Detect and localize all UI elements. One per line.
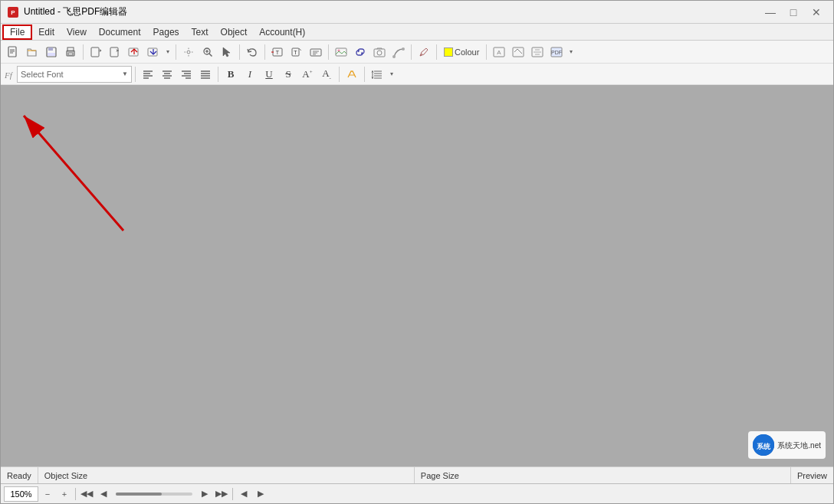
subscript-button[interactable]: A-	[317, 65, 336, 83]
align-justify-button[interactable]	[196, 65, 215, 83]
pen-button[interactable]	[415, 43, 433, 61]
rtool2-button[interactable]	[509, 43, 527, 61]
zoom-level: 150%	[10, 489, 31, 499]
toolbar-main: ▾ T	[1, 41, 833, 64]
underline-button[interactable]: U	[260, 65, 278, 83]
prev-nav-button[interactable]: ◀	[236, 486, 251, 502]
colour-button[interactable]: Colour	[440, 43, 483, 61]
export3-button[interactable]	[144, 43, 163, 61]
strikethrough-button[interactable]: S	[279, 65, 297, 83]
menu-text[interactable]: Text	[186, 25, 215, 40]
select-icon	[221, 46, 233, 58]
svg-text:P: P	[11, 9, 15, 16]
camera-button[interactable]	[370, 43, 389, 61]
object-size-text: Object Size	[44, 471, 87, 480]
status-bar: Ready Object Size Page Size Preview	[1, 466, 833, 483]
svg-rect-8	[48, 53, 55, 56]
print-button[interactable]	[61, 43, 80, 61]
first-page-button[interactable]: ◀◀	[79, 486, 94, 502]
svg-rect-35	[310, 49, 321, 56]
highlight-button[interactable]	[343, 65, 361, 83]
import-button[interactable]	[87, 43, 105, 61]
path-icon	[392, 46, 405, 58]
rtool1-button[interactable]: A	[490, 43, 508, 61]
next-page-button[interactable]: ▶	[197, 486, 212, 502]
menu-view[interactable]: View	[61, 25, 93, 40]
sep-h	[364, 67, 365, 82]
font-selector[interactable]: Select Font ▼	[17, 66, 132, 83]
format-dropdown[interactable]: ▾	[387, 65, 396, 83]
zoom-out-button[interactable]: −	[40, 486, 55, 502]
export-button[interactable]	[106, 43, 124, 61]
align-justify-icon	[199, 68, 212, 80]
rtool-dropdown[interactable]: ▾	[566, 43, 576, 61]
line-spacing-button[interactable]	[368, 65, 386, 83]
svg-text:A: A	[497, 49, 502, 56]
watermark-site: 系统天地.net	[777, 440, 821, 450]
menu-edit[interactable]: Edit	[32, 25, 61, 40]
sep-font	[135, 67, 136, 82]
align-left-button[interactable]	[139, 65, 157, 83]
page-slider[interactable]	[116, 493, 192, 496]
zoom-in-button[interactable]: +	[57, 486, 72, 502]
menu-document[interactable]: Document	[93, 25, 147, 40]
svg-text:系统: 系统	[756, 443, 771, 450]
menu-account[interactable]: Account(H)	[253, 25, 311, 40]
separator-7	[436, 44, 437, 60]
menu-bar: File Edit View Document Pages Text Objec…	[1, 24, 833, 41]
rtool2-icon	[512, 46, 524, 58]
sep-text	[339, 67, 340, 82]
rtool4-button[interactable]: PDF	[547, 43, 566, 61]
menu-pages[interactable]: Pages	[147, 25, 186, 40]
file-dropdown[interactable]: ▾	[163, 43, 172, 61]
camera-icon	[373, 46, 386, 58]
path-button[interactable]	[389, 43, 408, 61]
undo-button[interactable]	[243, 43, 261, 61]
text-box-button[interactable]	[307, 43, 325, 61]
open-button[interactable]	[23, 43, 41, 61]
zoom-icon	[202, 46, 214, 58]
text-insert-button[interactable]: T	[268, 43, 287, 61]
last-page-button[interactable]: ▶▶	[214, 486, 229, 502]
superscript-button[interactable]: A+	[298, 65, 317, 83]
bold-button[interactable]: B	[222, 65, 240, 83]
link-icon	[354, 46, 366, 58]
title-bar-left: P Untitled - 飞思PDF编辑器	[7, 5, 127, 18]
title-bar-title: Untitled - 飞思PDF编辑器	[24, 5, 127, 18]
menu-object[interactable]: Object	[215, 25, 254, 40]
pan-button[interactable]	[179, 43, 198, 61]
export2-button[interactable]	[125, 43, 143, 61]
separator-4	[264, 44, 265, 60]
link-button[interactable]	[351, 43, 369, 61]
next-nav-button[interactable]: ▶	[253, 486, 268, 502]
zoom-button[interactable]	[199, 43, 217, 61]
page-slider-fill	[116, 493, 162, 496]
maximize-button[interactable]: □	[783, 4, 804, 21]
open-icon	[26, 46, 38, 58]
save-button[interactable]	[42, 43, 61, 61]
rtool3-button[interactable]	[528, 43, 547, 61]
svg-point-43	[392, 55, 396, 58]
italic-icon: I	[248, 68, 251, 80]
sep-align	[218, 67, 218, 82]
new-icon	[7, 46, 19, 58]
menu-file[interactable]: File	[2, 25, 32, 40]
prev-page-button[interactable]: ◀	[96, 486, 111, 502]
close-button[interactable]: ✕	[806, 4, 827, 21]
svg-rect-11	[68, 53, 73, 55]
pen-icon	[418, 46, 430, 58]
svg-rect-16	[110, 47, 118, 57]
new-button[interactable]	[4, 43, 22, 61]
canvas-area: 系统 系统天地.net	[1, 85, 833, 466]
italic-button[interactable]: I	[241, 65, 259, 83]
text-edit-button[interactable]: T	[287, 43, 306, 61]
align-center-button[interactable]	[158, 65, 176, 83]
image-button[interactable]	[332, 43, 350, 61]
rtool1-icon: A	[493, 46, 505, 58]
preview-section: Preview	[791, 467, 833, 483]
minimize-button[interactable]: —	[760, 4, 781, 21]
select-button[interactable]	[218, 43, 236, 61]
import-icon	[90, 46, 102, 58]
align-right-button[interactable]	[177, 65, 195, 83]
colour-swatch	[444, 47, 453, 57]
